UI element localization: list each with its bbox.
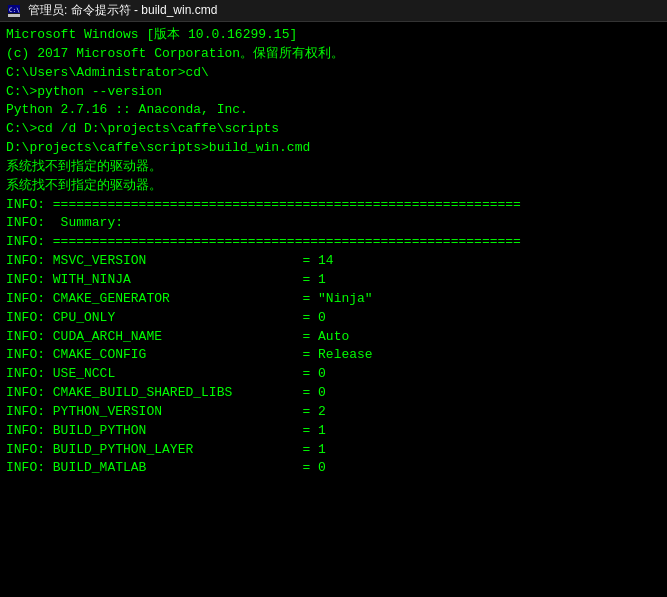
terminal-line: C:\Users\Administrator>cd\: [6, 64, 661, 83]
terminal-line: INFO: CMAKE_CONFIG = Release: [6, 346, 661, 365]
terminal-line: INFO: CUDA_ARCH_NAME = Auto: [6, 328, 661, 347]
terminal-line: (c) 2017 Microsoft Corporation。保留所有权利。: [6, 45, 661, 64]
terminal-line: INFO: ==================================…: [6, 196, 661, 215]
svg-rect-3: [8, 14, 20, 17]
terminal-line: INFO: WITH_NINJA = 1: [6, 271, 661, 290]
terminal-line: INFO: CMAKE_BUILD_SHARED_LIBS = 0: [6, 384, 661, 403]
cmd-icon: C:\: [6, 3, 22, 19]
terminal-line: INFO: BUILD_MATLAB = 0: [6, 459, 661, 478]
terminal: Microsoft Windows [版本 10.0.16299.15](c) …: [0, 22, 667, 597]
terminal-line: INFO: Summary:: [6, 214, 661, 233]
terminal-line: INFO: ==================================…: [6, 233, 661, 252]
terminal-line: INFO: CPU_ONLY = 0: [6, 309, 661, 328]
terminal-line: INFO: BUILD_PYTHON = 1: [6, 422, 661, 441]
terminal-line: INFO: USE_NCCL = 0: [6, 365, 661, 384]
terminal-line: 系统找不到指定的驱动器。: [6, 177, 661, 196]
terminal-line: INFO: CMAKE_GENERATOR = "Ninja": [6, 290, 661, 309]
titlebar-text: 管理员: 命令提示符 - build_win.cmd: [28, 2, 217, 19]
terminal-line: C:\>cd /d D:\projects\caffe\scripts: [6, 120, 661, 139]
terminal-line: Python 2.7.16 :: Anaconda, Inc.: [6, 101, 661, 120]
terminal-line: INFO: BUILD_PYTHON_LAYER = 1: [6, 441, 661, 460]
terminal-line: D:\projects\caffe\scripts>build_win.cmd: [6, 139, 661, 158]
terminal-line: INFO: MSVC_VERSION = 14: [6, 252, 661, 271]
terminal-line: C:\>python --version: [6, 83, 661, 102]
titlebar: C:\ 管理员: 命令提示符 - build_win.cmd: [0, 0, 667, 22]
terminal-line: INFO: PYTHON_VERSION = 2: [6, 403, 661, 422]
terminal-line: 系统找不到指定的驱动器。: [6, 158, 661, 177]
terminal-line: Microsoft Windows [版本 10.0.16299.15]: [6, 26, 661, 45]
svg-text:C:\: C:\: [9, 6, 20, 13]
